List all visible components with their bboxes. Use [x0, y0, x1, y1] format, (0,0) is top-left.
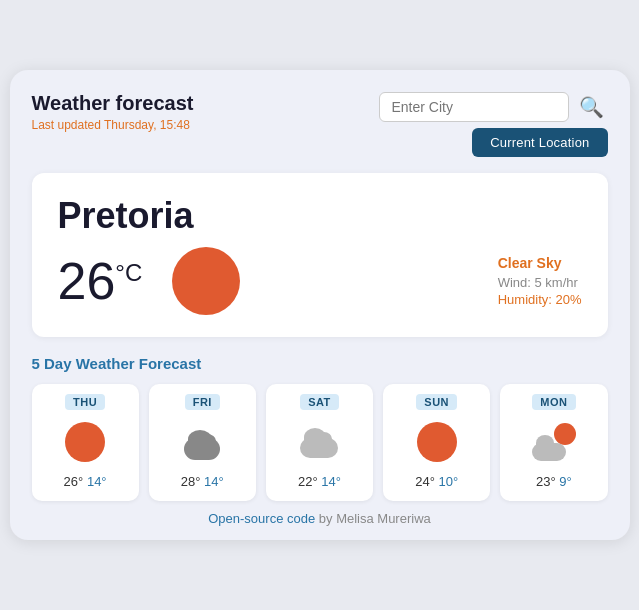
- high-temp-sat: 22°: [298, 474, 318, 489]
- forecast-cards: THU 26° 14° FRI: [32, 384, 608, 501]
- forecast-temps-sat: 22° 14°: [298, 474, 341, 489]
- search-button[interactable]: 🔍: [575, 93, 608, 121]
- low-temp-sat: 14°: [321, 474, 341, 489]
- forecast-temps-sun: 24° 10°: [415, 474, 458, 489]
- weather-humidity: Humidity: 20%: [498, 292, 582, 307]
- forecast-icon-fri: [180, 420, 224, 464]
- forecast-card-sun: SUN 24° 10°: [383, 384, 490, 501]
- footer-link[interactable]: Open-source code: [208, 511, 315, 526]
- forecast-day-thu: THU: [65, 394, 105, 410]
- weather-condition: Clear Sky: [498, 255, 582, 271]
- current-location-button[interactable]: Current Location: [472, 128, 607, 157]
- high-temp-mon: 23°: [536, 474, 556, 489]
- temp-unit: °C: [115, 259, 142, 286]
- high-temp-sun: 24°: [415, 474, 435, 489]
- city-input[interactable]: [379, 92, 569, 122]
- low-temp-sun: 10°: [439, 474, 459, 489]
- forecast-temps-thu: 26° 14°: [64, 474, 107, 489]
- forecast-icon-mon: [532, 420, 576, 464]
- forecast-card-mon: MON 23° 9°: [500, 384, 607, 501]
- high-temp-thu: 26°: [64, 474, 84, 489]
- forecast-day-sun: SUN: [416, 394, 457, 410]
- city-name: Pretoria: [58, 195, 582, 237]
- forecast-card-fri: FRI 28° 14°: [149, 384, 256, 501]
- footer: Open-source code by Melisa Mureriwa: [32, 511, 608, 526]
- forecast-title: 5 Day Weather Forecast: [32, 355, 608, 372]
- header-left: Weather forecast Last updated Thursday, …: [32, 92, 194, 132]
- forecast-icon-sun: [415, 420, 459, 464]
- footer-text: by Melisa Mureriwa: [315, 511, 431, 526]
- app-title: Weather forecast: [32, 92, 194, 115]
- forecast-icon-sat: [298, 420, 342, 464]
- low-temp-thu: 14°: [87, 474, 107, 489]
- low-temp-mon: 9°: [559, 474, 571, 489]
- forecast-section: 5 Day Weather Forecast THU 26° 14° FRI: [32, 355, 608, 501]
- weather-wind: Wind: 5 km/hr: [498, 275, 582, 290]
- sun-icon-thu: [65, 422, 105, 462]
- cloud-icon-sat: [298, 426, 342, 458]
- app-container: Weather forecast Last updated Thursday, …: [10, 70, 630, 540]
- forecast-day-fri: FRI: [185, 394, 220, 410]
- last-updated: Last updated Thursday, 15:48: [32, 118, 194, 132]
- high-temp-fri: 28°: [181, 474, 201, 489]
- sun-icon-sun: [417, 422, 457, 462]
- forecast-temps-mon: 23° 9°: [536, 474, 572, 489]
- forecast-card-sat: SAT 22° 14°: [266, 384, 373, 501]
- search-row: 🔍: [379, 92, 608, 122]
- partly-cloudy-icon-mon: [532, 423, 576, 461]
- forecast-day-sat: SAT: [300, 394, 339, 410]
- low-temp-fri: 14°: [204, 474, 224, 489]
- forecast-temps-fri: 28° 14°: [181, 474, 224, 489]
- weather-main: 26°C Clear Sky Wind: 5 km/hr Humidity: 2…: [58, 247, 582, 315]
- forecast-card-thu: THU 26° 14°: [32, 384, 139, 501]
- header: Weather forecast Last updated Thursday, …: [32, 92, 608, 157]
- forecast-icon-thu: [63, 420, 107, 464]
- forecast-day-mon: MON: [532, 394, 575, 410]
- sun-icon: [172, 247, 240, 315]
- temp-section: 26°C: [58, 247, 241, 315]
- current-weather-card: Pretoria 26°C Clear Sky Wind: 5 km/hr Hu…: [32, 173, 608, 337]
- cloud-sun-icon-fri: [180, 424, 224, 460]
- weather-details: Clear Sky Wind: 5 km/hr Humidity: 20%: [498, 255, 582, 307]
- temperature: 26°C: [58, 255, 143, 307]
- header-right: 🔍 Current Location: [379, 92, 608, 157]
